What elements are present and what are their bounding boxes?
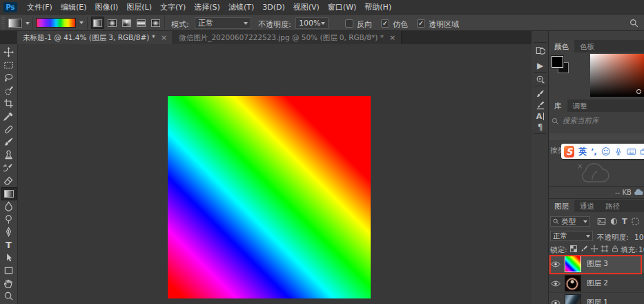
color-picker-field[interactable] [590,54,644,97]
eraser-tool-button[interactable] [1,175,17,187]
close-icon[interactable]: × [161,33,167,42]
tab-adjustments[interactable]: 调整 [567,99,593,112]
layer-row-1[interactable]: 图层 1 [549,294,644,304]
shape-layer-filter-icon[interactable] [631,217,640,226]
menu-type[interactable]: 文字(Y) [156,0,190,15]
menu-help[interactable]: 帮助(H) [360,0,396,15]
close-icon[interactable]: × [389,33,396,42]
layer-thumbnail[interactable] [565,294,581,304]
mode-select[interactable]: 正常 [195,17,251,29]
library-search-field[interactable]: 搜索当前库 [552,116,599,126]
layer-filter-select[interactable]: 类型 [550,216,590,227]
type-layer-filter-icon[interactable]: T [622,217,627,226]
toolbox-icon[interactable] [640,147,644,156]
lock-transparency-icon[interactable] [569,245,578,253]
menu-view[interactable]: 视图(V) [289,0,324,15]
menu-layer[interactable]: 图层(L) [122,0,156,15]
zoom-tool-button[interactable] [1,290,17,302]
blur-tool-button[interactable] [1,200,17,212]
layer-name[interactable]: 图层 2 [587,278,608,288]
layers-opacity-value[interactable]: 100% [634,233,644,241]
emoji-icon[interactable]: ☺ [601,147,611,156]
tab-color[interactable]: 颜色 [549,40,574,53]
tab-libraries[interactable]: 库 [549,99,567,112]
layer-thumbnail[interactable] [565,275,581,292]
move-tool-button[interactable] [1,46,17,58]
quick-selection-tool-button[interactable] [1,85,17,97]
tab-swatches[interactable]: 色板 [574,40,600,53]
paragraph-panel-button[interactable]: ¶ [531,122,549,133]
lock-pixels-brush-icon[interactable] [580,245,588,253]
history-brush-tool-button[interactable] [1,162,17,173]
actions-panel-button[interactable]: ▶ [531,60,549,71]
history-panel-button[interactable] [531,46,549,57]
lock-artboard-icon[interactable] [601,245,609,253]
character-panel-button[interactable]: A [531,111,549,122]
sogou-logo-icon[interactable]: S [564,146,574,158]
photoshop-logo-icon[interactable]: Ps [3,2,17,12]
adjustments-panel-button[interactable] [531,74,549,85]
brush-settings-panel-button[interactable] [531,88,549,99]
microphone-icon[interactable] [614,147,623,156]
opacity-select[interactable]: 100% [295,17,329,29]
menu-window[interactable]: 窗口(W) [324,0,360,15]
document-tab-untitled[interactable]: 未标题-1 @ 41.4% (图层 3, RGB/8#) * × [17,31,173,44]
hand-tool-button[interactable] [1,278,17,289]
ime-language-toggle[interactable]: 英 [578,146,587,158]
fill-value[interactable]: 100% [638,245,644,254]
rect-marquee-tool-button[interactable] [1,59,17,71]
pixel-layer-filter-icon[interactable] [597,217,606,226]
transparency-checkbox[interactable]: ✓ [417,19,425,28]
foreground-background-swatches[interactable] [552,56,572,77]
lasso-tool-button[interactable] [1,72,17,84]
gradient-tool-button[interactable] [1,188,17,200]
search-icon[interactable] [630,19,638,30]
layer-name[interactable]: 图层 1 [587,298,608,304]
dither-checkbox[interactable]: ✓ [381,19,389,28]
adjustment-layer-filter-icon[interactable] [609,217,618,226]
tab-paths[interactable]: 路径 [600,200,625,212]
blend-mode-select[interactable]: 正常 [550,231,593,241]
lock-position-icon[interactable] [590,245,598,253]
color-picker-cursor[interactable] [636,89,641,94]
brushes-panel-button[interactable] [531,99,549,111]
brush-tool-button[interactable] [1,136,17,148]
keyboard-icon[interactable] [627,147,636,156]
spot-healing-tool-button[interactable] [1,124,17,135]
eyedropper-tool-button[interactable] [1,111,17,122]
sync-cloud-icon[interactable] [634,189,643,198]
menu-filter[interactable]: 滤镜(T) [224,0,258,15]
menu-3d[interactable]: 3D(D) [258,0,289,15]
type-tool-button[interactable]: T [1,239,17,251]
reverse-checkbox[interactable] [345,19,353,28]
canvas-image[interactable] [168,96,371,298]
visibility-eye-icon[interactable] [549,280,563,287]
foreground-color-swatch[interactable] [552,56,563,68]
tab-channels[interactable]: 通道 [574,200,600,212]
options-grip-handle[interactable] [1,17,5,28]
clone-stamp-tool-button[interactable] [1,149,17,161]
reflected-gradient-button[interactable] [135,17,148,29]
diamond-gradient-button[interactable] [149,17,162,29]
path-selection-tool-button[interactable] [1,252,17,264]
lock-all-icon[interactable] [611,245,619,253]
layer-row-2[interactable]: 图层 2 [549,274,644,293]
radial-gradient-button[interactable] [106,17,119,29]
linear-gradient-button[interactable] [91,17,104,29]
menu-select[interactable]: 选择(S) [190,0,224,15]
tool-preset-picker[interactable] [8,18,32,28]
dodge-tool-button[interactable] [1,213,17,225]
tab-layers[interactable]: 图层 [549,200,574,212]
menu-edit[interactable]: 编辑(E) [57,0,91,15]
pen-tool-button[interactable] [1,226,17,238]
gradient-picker[interactable] [36,18,84,28]
menu-file[interactable]: 文件(F) [23,0,57,15]
ime-punctuation-toggle[interactable]: ’, [591,147,596,156]
angle-gradient-button[interactable] [120,17,133,29]
document-tab-wechat-image[interactable]: 微信图片_20200607222523.jpg @ 50% (图层 0, RGB… [173,31,402,44]
visibility-eye-icon[interactable] [549,299,563,304]
menu-image[interactable]: 图像(I) [90,0,122,15]
crop-tool-button[interactable] [1,97,17,109]
divider [549,198,644,199]
rectangle-tool-button[interactable] [1,265,17,276]
